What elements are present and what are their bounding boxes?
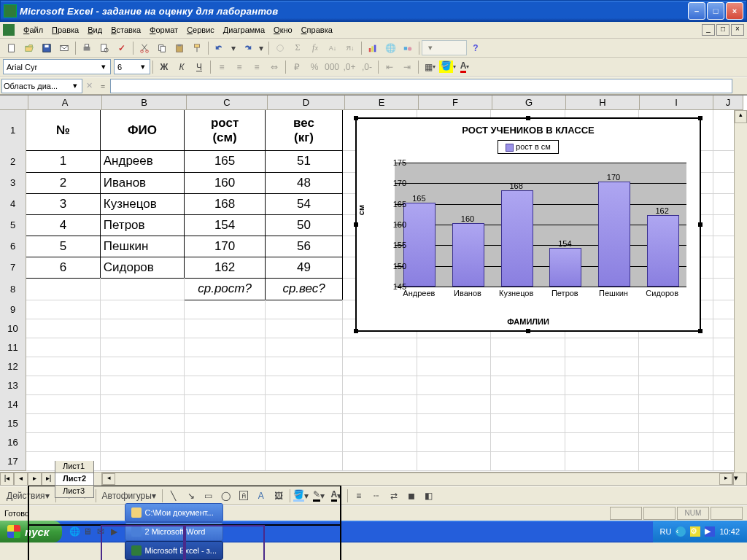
row-header-16[interactable]: 16: [0, 432, 26, 452]
tab-nav-prev[interactable]: ◂: [14, 472, 28, 486]
print-preview-button[interactable]: [96, 40, 113, 56]
row-header-2[interactable]: 2: [0, 150, 26, 173]
cell-F16[interactable]: [417, 432, 492, 452]
cell-G16[interactable]: [491, 432, 565, 452]
cell-G11[interactable]: [491, 338, 565, 357]
cell-A8[interactable]: [26, 278, 101, 300]
select-all-corner[interactable]: [0, 96, 28, 110]
sort-asc-button[interactable]: A↓: [324, 40, 341, 56]
undo-button[interactable]: [211, 40, 228, 56]
row-header-12[interactable]: 12: [0, 357, 26, 376]
cell-C16[interactable]: [185, 432, 266, 452]
cell-A2[interactable]: 1: [26, 150, 101, 173]
cell-B13[interactable]: [101, 376, 185, 395]
cell-B10[interactable]: [101, 319, 185, 338]
menu-окно[interactable]: Окно: [269, 24, 297, 36]
menu-правка[interactable]: Правка: [47, 24, 83, 36]
cell-C17[interactable]: [185, 451, 266, 471]
new-doc-button[interactable]: [3, 40, 20, 56]
cell-A16[interactable]: [26, 432, 101, 452]
cell-D11[interactable]: [266, 338, 343, 357]
row-header-6[interactable]: 6: [0, 236, 26, 257]
menu-вставка[interactable]: Вставка: [107, 24, 145, 36]
dash-style-button[interactable]: ┄: [368, 488, 385, 504]
formula-input[interactable]: [110, 79, 732, 93]
cell-B16[interactable]: [101, 432, 185, 452]
cell-A14[interactable]: [26, 394, 101, 414]
row-header-15[interactable]: 15: [0, 413, 26, 433]
draw-actions-menu[interactable]: Действия ▾: [3, 488, 53, 504]
cell-H17[interactable]: [565, 451, 640, 471]
decrease-indent-button[interactable]: ⇤: [381, 59, 398, 75]
align-center-button[interactable]: ≡: [231, 59, 248, 75]
cell-G13[interactable]: [491, 376, 565, 395]
fill-color-button[interactable]: 🪣▾: [438, 59, 456, 75]
cell-E16[interactable]: [343, 432, 417, 452]
comma-button[interactable]: 000: [323, 59, 341, 75]
tray-icon-2[interactable]: ⚙: [690, 526, 700, 537]
font-name-select[interactable]: Arial Cyr▾: [3, 59, 111, 74]
quick-launch-desktop[interactable]: 🖥: [81, 524, 94, 540]
col-header-I[interactable]: I: [640, 96, 713, 110]
cell-A15[interactable]: [26, 413, 101, 433]
chart-wizard-button[interactable]: [364, 40, 382, 56]
tab-nav-first[interactable]: |◂: [0, 472, 14, 486]
menu-формат[interactable]: Формат: [145, 24, 182, 36]
hyperlink-button[interactable]: [271, 40, 289, 56]
cell-D12[interactable]: [266, 357, 343, 376]
cell-F12[interactable]: [417, 357, 492, 376]
cell-I13[interactable]: [639, 376, 713, 395]
cell-I15[interactable]: [639, 413, 713, 433]
row-header-3[interactable]: 3: [0, 172, 26, 194]
cell-C11[interactable]: [185, 338, 266, 357]
drawing-toolbar-button[interactable]: [399, 40, 417, 56]
paste-button[interactable]: [171, 40, 188, 56]
cell-G14[interactable]: [491, 394, 565, 414]
col-header-F[interactable]: F: [419, 96, 492, 110]
row-header-14[interactable]: 14: [0, 394, 26, 414]
mdi-restore-button[interactable]: □: [716, 24, 729, 36]
cell-C1[interactable]: рост (см): [185, 110, 266, 151]
borders-button[interactable]: ▦▾: [421, 59, 438, 75]
cell-F13[interactable]: [417, 376, 492, 395]
textbox-button[interactable]: 🄰: [235, 488, 252, 504]
row-header-5[interactable]: 5: [0, 214, 26, 236]
function-button[interactable]: fx: [306, 40, 324, 56]
cell-D10[interactable]: [266, 319, 343, 338]
save-button[interactable]: [38, 40, 55, 56]
currency-button[interactable]: ₽: [288, 59, 306, 75]
row-header-9[interactable]: 9: [0, 300, 26, 319]
cell-D8[interactable]: ср.вес?: [266, 278, 343, 300]
row-header-1[interactable]: 1: [0, 110, 26, 151]
cell-D17[interactable]: [266, 451, 343, 471]
col-header-H[interactable]: H: [566, 96, 640, 110]
decrease-decimal-button[interactable]: ,0-: [358, 59, 376, 75]
cell-C4[interactable]: 168: [185, 193, 266, 215]
col-header-D[interactable]: D: [268, 96, 345, 110]
email-button[interactable]: [55, 40, 73, 56]
cell-A12[interactable]: [26, 357, 101, 376]
cell-I11[interactable]: [639, 338, 713, 357]
row-header-4[interactable]: 4: [0, 193, 26, 215]
underline-button[interactable]: Ч: [190, 59, 208, 75]
col-header-B[interactable]: B: [102, 96, 187, 110]
cell-A6[interactable]: 5: [26, 236, 101, 257]
formula-equals[interactable]: =: [96, 82, 110, 90]
cell-I14[interactable]: [639, 394, 713, 414]
cell-A11[interactable]: [26, 338, 101, 357]
col-header-A[interactable]: A: [28, 96, 102, 110]
cell-H15[interactable]: [565, 413, 640, 433]
autoshapes-menu[interactable]: Автофигуры ▾: [98, 488, 160, 504]
clock[interactable]: 10:42: [719, 527, 740, 536]
format-painter-button[interactable]: [188, 40, 206, 56]
cell-B17[interactable]: [101, 451, 185, 471]
sheet-tab-Лист1[interactable]: Лист1: [55, 461, 94, 473]
zoom-select[interactable]: ▾: [422, 40, 467, 55]
cell-I12[interactable]: [639, 357, 713, 376]
clipart-button[interactable]: 🖼: [270, 488, 287, 504]
cell-D6[interactable]: 56: [266, 236, 343, 257]
window-close-button[interactable]: ×: [726, 2, 743, 20]
wordart-button[interactable]: A: [252, 488, 270, 504]
cell-C15[interactable]: [185, 413, 266, 433]
merge-center-button[interactable]: ⇔: [266, 59, 283, 75]
